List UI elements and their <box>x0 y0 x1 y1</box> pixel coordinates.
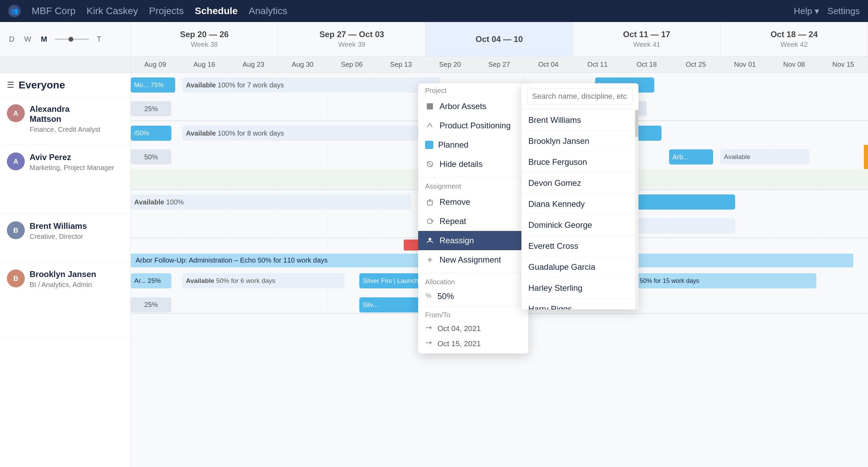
nav-logo[interactable]: 👥 <box>8 5 21 17</box>
person-info-brooklyn: Brooklyn Jansen BI / Analytics, Admin <box>30 269 96 289</box>
ctx-new-assignment[interactable]: New Assignment <box>418 250 528 269</box>
svg-rect-3 <box>427 201 432 205</box>
bar-aviv-450[interactable]: /50% <box>131 126 171 141</box>
week-col-40: Oct 04 — 10 <box>426 22 573 56</box>
bar-alex-mo[interactable]: Mo... 75% <box>131 77 175 93</box>
reassign-diana-kennedy[interactable]: Diana Kennedy <box>521 194 638 215</box>
view-month[interactable]: M <box>39 33 49 45</box>
reassign-everett-cross[interactable]: Everett Cross <box>521 236 638 257</box>
avatar-alexandra: A <box>7 104 25 122</box>
zoom-slider-wrapper[interactable] <box>55 39 89 40</box>
logo-icon: 👥 <box>8 5 21 17</box>
ctx-product-positioning[interactable]: Product Positioning <box>418 116 528 135</box>
zoom-slider-track[interactable] <box>55 39 89 40</box>
ctx-project-header: Project <box>418 83 528 97</box>
person-row-alexandra: A AlexandraMattson Finance, Credit Analy… <box>0 97 130 146</box>
top-nav: 👥 MBF Corp Kirk Caskey Projects Schedule… <box>0 0 868 22</box>
nav-right: Help ▾ Settings <box>794 6 860 17</box>
ctx-arbor-assets[interactable]: Arbor Assets <box>418 97 528 116</box>
reassign-dropdown: Brent Williams Brooklyn Jansen Bruce Fer… <box>521 83 638 309</box>
ctx-repeat-label: Repeat <box>440 216 466 226</box>
zoom-slider-thumb[interactable] <box>68 37 73 42</box>
orange-avail-bar <box>864 145 868 169</box>
week-38-num: Week 38 <box>191 41 218 49</box>
reassign-dominick-george[interactable]: Dominick George <box>521 215 638 236</box>
person-row-brent: B Brent Williams Creative, Director <box>0 214 130 263</box>
hamburger-icon[interactable]: ☰ <box>7 80 14 90</box>
week-41-range: Oct 11 — 17 <box>623 30 670 39</box>
reassign-search-area <box>521 83 638 110</box>
nav-item-analytics[interactable]: Analytics <box>249 6 287 17</box>
date-aug09: Aug 09 <box>131 61 180 68</box>
ctx-reassign[interactable]: Reassign <box>418 231 528 250</box>
bar-brent-avail1: Available 100% <box>131 194 411 210</box>
alex-avail-text: Available 100% for 7 work days <box>186 81 284 89</box>
date-strip-sidebar <box>0 56 131 73</box>
ctx-positioning-icon <box>425 121 435 130</box>
sidebar-title-row: ☰ Everyone <box>0 73 130 97</box>
nav-item-kirkcaskey[interactable]: Kirk Caskey <box>87 6 138 17</box>
scrollbar-track <box>635 110 638 309</box>
reassign-brooklyn-jansen[interactable]: Brooklyn Jansen <box>521 131 638 152</box>
reassign-harry-riggs[interactable]: Harry Riggs <box>521 299 638 309</box>
person-role-brent: Creative, Director <box>30 233 87 241</box>
person-info-aviv: Aviv Perez Marketing, Project Manager <box>30 152 114 172</box>
nav-item-projects[interactable]: Projects <box>149 6 184 17</box>
person-name-brent: Brent Williams <box>30 221 87 231</box>
scrollbar-thumb[interactable] <box>635 110 638 137</box>
bar-aviv-arb[interactable]: Arb... <box>669 149 713 164</box>
avatar-brooklyn: B <box>7 269 25 287</box>
ctx-divider-3 <box>418 306 528 306</box>
person-role-alexandra: Finance, Credit Analyst <box>30 126 100 134</box>
nav-help[interactable]: Help ▾ <box>794 6 819 17</box>
ctx-alloc-value: 50% <box>437 291 454 301</box>
ctx-date-to: Oct 15, 2021 <box>437 339 481 348</box>
date-strip: Aug 09 Aug 16 Aug 23 Aug 30 Sep 06 Sep 1… <box>0 56 868 73</box>
ctx-planned[interactable]: Planned <box>418 135 528 155</box>
ctx-allocation-header: Allocation <box>418 275 528 288</box>
ctx-project-section: Arbor Assets Product Positioning Planned <box>418 97 528 176</box>
bar-brooklyn-ar25[interactable]: Ar... 25% <box>131 273 171 288</box>
date-oct25: Oct 25 <box>671 61 721 68</box>
ctx-arbor-assets-label: Arbor Assets <box>440 102 486 111</box>
date-sep13: Sep 13 <box>377 61 426 68</box>
reassign-devon-gomez[interactable]: Devon Gomez <box>521 173 638 194</box>
date-aug16: Aug 16 <box>180 61 229 68</box>
week-col-38: Sep 20 — 26 Week 38 <box>131 22 278 56</box>
ctx-arrow-right-icon <box>425 324 433 333</box>
ctx-hide-icon <box>425 159 435 169</box>
ctx-repeat[interactable]: Repeat <box>418 212 528 231</box>
ctx-divider-2 <box>418 273 528 273</box>
svg-line-2 <box>427 162 432 167</box>
nav-item-schedule[interactable]: Schedule <box>195 6 237 17</box>
schedule-grid[interactable]: Mo... 75% Available 100% for 7 work days… <box>131 73 868 467</box>
reassign-harley-sterling[interactable]: Harley Sterling <box>521 278 638 299</box>
ctx-divider-1 <box>418 177 528 178</box>
view-week[interactable]: W <box>22 33 33 45</box>
person-name-brooklyn: Brooklyn Jansen <box>30 269 96 279</box>
reassign-search-input[interactable] <box>527 88 633 105</box>
week-41-num: Week 41 <box>633 41 660 49</box>
ctx-arbor-icon <box>425 102 435 111</box>
date-sep06: Sep 06 <box>327 61 377 68</box>
ctx-planned-label: Planned <box>438 140 468 150</box>
avatar-aviv: A <box>7 152 25 170</box>
ctx-date-from-row: Oct 04, 2021 <box>418 321 528 336</box>
reassign-guadalupe-garcia[interactable]: Guadalupe Garcia <box>521 257 638 278</box>
nav-item-mbfcorp[interactable]: MBF Corp <box>32 6 76 17</box>
ctx-new-assignment-icon <box>425 255 435 265</box>
nav-settings[interactable]: Settings <box>827 6 860 17</box>
view-t[interactable]: T <box>95 33 103 45</box>
svg-rect-0 <box>427 103 433 109</box>
bar-aviv-avail: Available 100% for 8 work days <box>182 126 418 141</box>
ctx-remove[interactable]: Remove <box>418 192 528 212</box>
weeks-strip: Sep 20 — 26 Week 38 Sep 27 — Oct 03 Week… <box>131 22 868 56</box>
ctx-repeat-icon <box>425 216 435 226</box>
person-row-brooklyn: B Brooklyn Jansen BI / Analytics, Admin <box>0 263 130 338</box>
view-day[interactable]: D <box>7 33 17 45</box>
reassign-brent-williams[interactable]: Brent Williams <box>521 110 638 131</box>
bar-alex-pct1: 25% <box>131 101 171 116</box>
ctx-date-to-row: Oct 15, 2021 <box>418 336 528 353</box>
reassign-bruce-ferguson[interactable]: Bruce Ferguson <box>521 152 638 173</box>
ctx-hide-details[interactable]: Hide details <box>418 155 528 174</box>
